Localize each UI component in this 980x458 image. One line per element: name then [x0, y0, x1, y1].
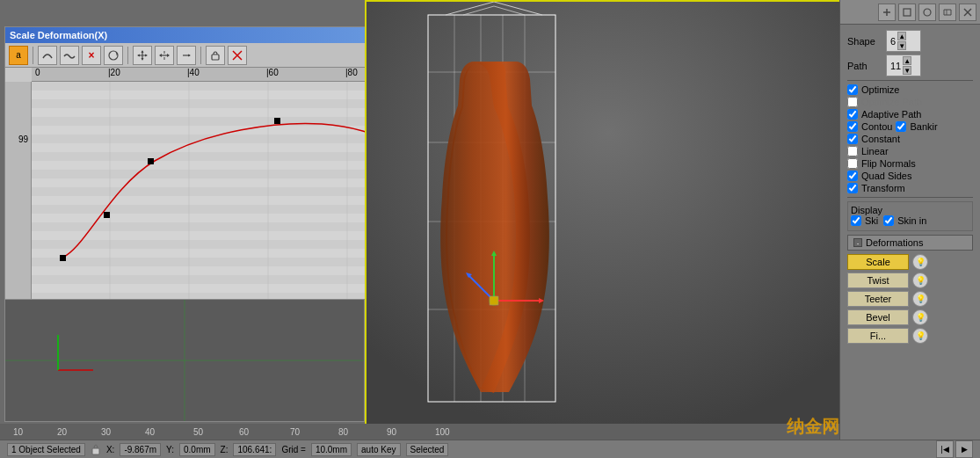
- constant-checkbox[interactable]: [847, 134, 858, 144]
- svg-point-55: [924, 9, 931, 16]
- main-viewport: [365, 0, 853, 440]
- constant-label: Constant: [861, 134, 900, 144]
- tl-20: 20: [57, 427, 67, 437]
- ski-row: Ski: [851, 215, 878, 226]
- toolbar-circle-btn[interactable]: [206, 46, 225, 65]
- contour-checkbox[interactable]: [847, 121, 858, 132]
- deform-title: Scale Deformation(X): [10, 30, 107, 40]
- x-value: -9.867m: [120, 443, 161, 456]
- toolbar-refresh-btn[interactable]: [104, 46, 123, 65]
- toolbar-scale-btn[interactable]: [155, 46, 174, 65]
- svg-rect-25: [274, 118, 280, 124]
- flip-normals-label: Flip Normals: [861, 158, 916, 169]
- toolbar-move-btn[interactable]: [133, 46, 152, 65]
- lock-icon: [91, 443, 101, 455]
- section-div-2: [847, 197, 973, 198]
- watermark: 纳金网: [787, 415, 839, 439]
- main-container: Scale Deformation(X) _ □ × a: [0, 0, 980, 458]
- r-btn-5[interactable]: [959, 4, 976, 21]
- quad-sides-checkbox[interactable]: [847, 171, 858, 181]
- optimize-checkbox[interactable]: [847, 84, 858, 95]
- lock-icon-container: [91, 443, 101, 455]
- r-btn-2[interactable]: [898, 4, 916, 21]
- path-row: Path 11 ▲ ▼: [847, 55, 973, 76]
- toolbar-x-btn[interactable]: ×: [82, 46, 101, 65]
- linear-checkbox[interactable]: [847, 146, 858, 156]
- collapse-btn[interactable]: -: [853, 238, 862, 247]
- tl-40: 40: [145, 427, 155, 437]
- bevel-light-btn[interactable]: 💡: [912, 309, 928, 325]
- x-label-80: |80: [345, 68, 358, 77]
- toolbar-delete-btn[interactable]: [228, 46, 247, 65]
- linear-label: Linear: [861, 146, 889, 156]
- bevel-btn[interactable]: Bevel: [847, 309, 909, 325]
- skin-in-label: Skin in: [897, 215, 926, 226]
- checkbox-adaptive-path: Adaptive Path: [847, 109, 973, 120]
- svg-rect-54: [904, 9, 911, 16]
- ski-label: Ski: [865, 215, 878, 226]
- bevel-row: Bevel 💡: [847, 309, 973, 325]
- svg-marker-6: [159, 54, 162, 57]
- adaptive-path-checkbox[interactable]: [847, 109, 858, 120]
- checkbox-constant: Constant: [847, 134, 973, 144]
- teeter-btn[interactable]: Teeter: [847, 291, 909, 307]
- path-value: 11: [890, 61, 901, 71]
- svg-rect-23: [104, 212, 110, 218]
- svg-marker-2: [142, 58, 144, 61]
- x-label-0: 0: [35, 68, 40, 77]
- path-up-btn[interactable]: ▲: [903, 56, 911, 65]
- teeter-light-btn[interactable]: 💡: [912, 291, 928, 307]
- skin-in-checkbox[interactable]: [883, 215, 894, 226]
- checkbox-transform: Transform: [847, 183, 973, 193]
- properties-panel: Shape 6 ▲ ▼ Path 11 ▲ ▼: [840, 25, 980, 352]
- svg-point-0: [109, 51, 118, 60]
- separator-3: [200, 47, 201, 64]
- toolbar-curve-btn[interactable]: [38, 46, 57, 65]
- wave-icon: [63, 49, 76, 62]
- shape-up-btn[interactable]: ▲: [897, 32, 906, 40]
- z-label: Z:: [221, 445, 229, 454]
- a-label: a: [16, 50, 21, 60]
- toolbar-a-btn[interactable]: a: [9, 46, 28, 65]
- transform-checkbox[interactable]: [847, 183, 858, 193]
- toolbar-wave-btn[interactable]: [60, 46, 79, 65]
- prev-frame-btn[interactable]: |◀: [936, 440, 954, 458]
- path-down-btn[interactable]: ▼: [903, 66, 911, 75]
- scale-btn[interactable]: Scale: [847, 254, 909, 270]
- sub-viewport: [4, 299, 365, 422]
- ski-checkbox[interactable]: [851, 215, 861, 226]
- r-btn-1[interactable]: [878, 4, 896, 21]
- scale-light-btn[interactable]: 💡: [912, 254, 928, 270]
- checkbox-linear: Linear: [847, 146, 973, 156]
- bottom-status-bar: 1 Object Selected X: -9.867m Y: 0.0mm Z:…: [0, 440, 980, 458]
- toolbar-arrow-btn[interactable]: [177, 46, 196, 65]
- grid-label: Grid =: [281, 445, 306, 454]
- move-icon: [136, 49, 149, 62]
- r-btn-4[interactable]: [939, 4, 956, 21]
- optimize-path-checkbox[interactable]: [847, 97, 858, 107]
- optimize-path-label: Optimize Path: [861, 97, 922, 107]
- playback-controls: |◀ ▶: [936, 440, 973, 458]
- x-label-20: |20: [108, 68, 120, 77]
- checkbox-optimize-path: Optimize Path: [847, 97, 973, 107]
- fi-light-btn[interactable]: 💡: [912, 328, 928, 344]
- play-btn[interactable]: ▶: [955, 440, 973, 458]
- tl-70: 70: [290, 427, 300, 437]
- tl-80: 80: [338, 427, 348, 437]
- display-label: Display: [851, 205, 882, 215]
- twist-light-btn[interactable]: 💡: [912, 273, 928, 288]
- banking-checkbox[interactable]: [896, 121, 906, 132]
- flip-normals-checkbox[interactable]: [847, 158, 858, 169]
- transform-label: Transform: [861, 183, 905, 193]
- twist-btn[interactable]: Twist: [847, 273, 909, 288]
- deformations-header[interactable]: - Deformations: [847, 235, 973, 251]
- twist-row: Twist 💡: [847, 273, 973, 288]
- scale-row: Scale 💡: [847, 254, 973, 270]
- skin-in-row: Skin in: [883, 215, 926, 226]
- curve-icon: [41, 49, 54, 62]
- shape-down-btn[interactable]: ▼: [897, 41, 906, 50]
- delete-icon: [231, 49, 243, 62]
- fi-btn[interactable]: Fi...: [847, 328, 909, 344]
- svg-marker-3: [137, 54, 140, 56]
- r-btn-3[interactable]: [918, 4, 936, 21]
